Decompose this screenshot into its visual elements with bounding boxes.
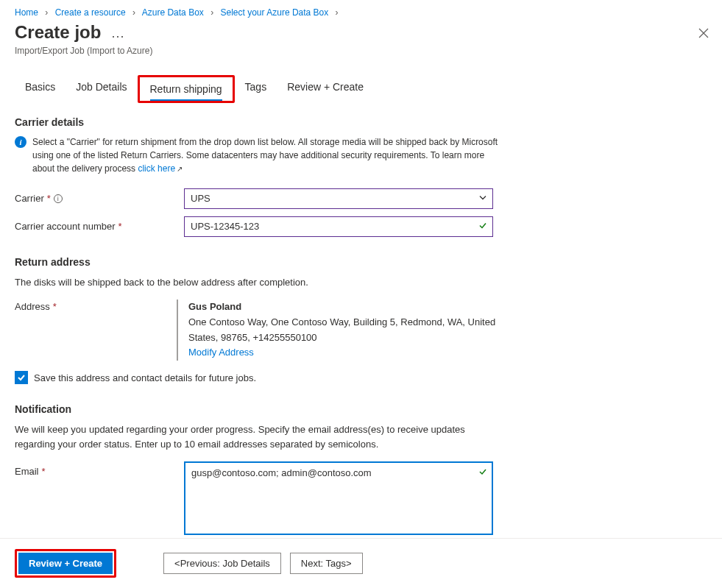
save-address-label: Save this address and contact details fo… [34,372,256,383]
chevron-right-icon: › [210,7,213,18]
notification-desc: We will keep you updated regarding your … [15,422,500,451]
page-subtitle: Import/Export Job (Import to Azure) [15,46,707,56]
breadcrumb-azure-data-box[interactable]: Azure Data Box [142,7,204,18]
tab-job-details[interactable]: Job Details [66,75,137,103]
modify-address-link[interactable]: Modify Address [188,347,254,358]
address-name: Gus Poland [188,300,500,315]
address-line: One Contoso Way, One Contoso Way, Buildi… [188,315,500,346]
chevron-right-icon: › [132,7,135,18]
breadcrumb-create-resource[interactable]: Create a resource [55,7,126,18]
close-icon[interactable] [698,28,709,41]
tab-review-create[interactable]: Review + Create [277,75,374,103]
chevron-right-icon: › [45,7,48,18]
save-address-checkbox[interactable] [15,371,28,384]
notification-section-title: Notification [15,403,500,415]
breadcrumb-home[interactable]: Home [15,7,38,18]
review-create-button[interactable]: Review + Create [18,553,113,574]
tab-return-shipping[interactable]: Return shipping [138,75,235,103]
carrier-info-text: Select a "Carrier" for return shipment f… [32,137,498,174]
form-content: Carrier details i Select a "Carrier" for… [0,103,515,538]
carrier-account-label: Carrier account number* [15,221,184,232]
carrier-account-input[interactable] [184,216,493,237]
carrier-info: i Select a "Carrier" for return shipment… [15,135,500,175]
external-link-icon: ↗ [177,165,183,173]
page-header: Create job ⋯ Import/Export Job (Import t… [0,22,722,60]
tab-bar: Basics Job Details Return shipping Tags … [0,60,722,103]
chevron-right-icon: › [336,7,339,18]
carrier-select[interactable] [184,188,493,209]
more-options-icon[interactable]: ⋯ [111,29,124,43]
next-button[interactable]: Next: Tags> [290,553,363,574]
previous-button[interactable]: <Previous: Job Details [163,553,281,574]
check-icon [478,221,487,232]
carrier-info-link[interactable]: click here [138,163,175,174]
return-address-desc: The disks will be shipped back to the be… [15,275,500,290]
email-textarea[interactable] [184,461,493,535]
carrier-label: Carrier* i [15,193,184,204]
return-address-section-title: Return address [15,256,500,268]
info-icon: i [15,136,26,152]
tab-tags[interactable]: Tags [235,75,277,103]
footer-actions: Review + Create <Previous: Job Details N… [0,538,722,588]
email-label: Email* [15,461,184,477]
page-title: Create job [15,22,101,43]
tab-basics[interactable]: Basics [15,75,66,103]
check-icon [478,467,487,478]
carrier-section-title: Carrier details [15,116,500,128]
breadcrumb-select-data-box[interactable]: Select your Azure Data Box [221,7,329,18]
breadcrumb: Home › Create a resource › Azure Data Bo… [0,0,722,22]
address-block: Gus Poland One Contoso Way, One Contoso … [177,300,500,361]
info-circle-icon[interactable]: i [54,194,63,203]
address-label: Address* [15,300,177,312]
